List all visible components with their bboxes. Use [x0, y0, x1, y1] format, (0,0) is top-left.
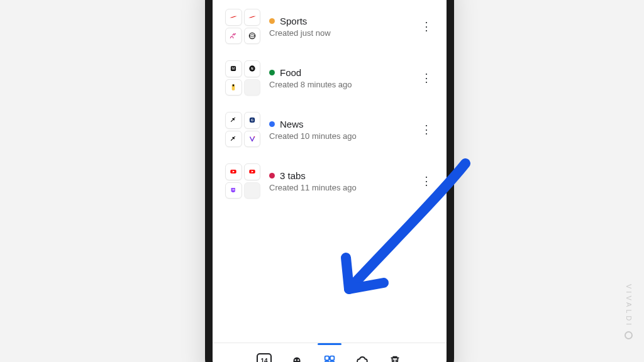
group-created: Created 10 minutes ago [269, 131, 410, 141]
svg-rect-20 [325, 356, 329, 360]
sync-button[interactable] [354, 353, 370, 362]
svg-rect-17 [234, 189, 235, 190]
thumb [244, 163, 261, 180]
tab-count: 14 [260, 358, 267, 363]
thumb [225, 28, 242, 45]
group-created: Created 11 minutes ago [269, 183, 410, 192]
svg-point-13 [253, 136, 255, 137]
more-menu-button[interactable]: ⋮ [419, 175, 434, 187]
trash-icon [388, 354, 402, 362]
brand-watermark: VIVALDI [625, 284, 633, 339]
tab-groups-button[interactable] [321, 353, 338, 362]
group-thumbnails [225, 163, 260, 199]
group-meta: News Created 10 minutes ago [269, 119, 410, 141]
tab-group-news[interactable]: G News Created 10 minutes ago ⋮ [223, 107, 436, 158]
svg-point-18 [294, 359, 296, 361]
trash-button[interactable] [387, 353, 403, 362]
thumb [225, 112, 242, 129]
group-thumbnails: N [225, 60, 260, 96]
svg-point-19 [297, 359, 299, 361]
group-thumbnails: G [225, 112, 260, 147]
tabs-button[interactable]: 14 [256, 353, 272, 362]
svg-point-12 [235, 136, 236, 137]
more-menu-button[interactable]: ⋮ [419, 21, 434, 32]
svg-rect-3 [234, 67, 235, 68]
tab-group-sports[interactable]: Sports Created just now ⋮ [223, 4, 436, 55]
thumb: G [244, 112, 261, 129]
tab-group-3tabs[interactable]: 3 tabs Created 11 minutes ago ⋮ [223, 158, 436, 210]
brand-text: VIVALDI [625, 284, 633, 327]
svg-rect-8 [233, 84, 234, 86]
group-thumbnails [225, 9, 260, 44]
group-meta: Sports Created just now [269, 16, 410, 38]
phone-frame: Sports Created just now ⋮ N Food [205, 0, 454, 362]
group-created: Created 8 minutes ago [269, 80, 410, 89]
thumb-empty [244, 182, 261, 199]
thumb: N [244, 60, 261, 77]
group-title: News [280, 119, 304, 129]
svg-rect-21 [330, 356, 334, 360]
ghost-icon [290, 354, 304, 362]
group-title: Sports [280, 16, 307, 26]
cloud-icon [355, 354, 369, 362]
group-title: Food [280, 67, 301, 78]
group-title: 3 tabs [280, 170, 306, 181]
tab-group-food[interactable]: N Food Created 8 minutes ago ⋮ [223, 55, 436, 107]
color-dot [269, 121, 275, 127]
color-dot [269, 173, 275, 178]
color-dot [269, 18, 275, 24]
svg-point-0 [249, 33, 255, 38]
thumb-empty [244, 79, 261, 96]
thumb [244, 28, 261, 45]
thumb [244, 131, 261, 148]
svg-point-9 [235, 118, 236, 119]
svg-rect-16 [233, 189, 233, 190]
thumb [225, 9, 242, 26]
brand-dot-icon [625, 331, 633, 339]
bottom-toolbar: 14 [213, 343, 447, 362]
svg-rect-4 [232, 69, 235, 69]
thumb [244, 9, 261, 26]
svg-rect-2 [232, 67, 233, 68]
group-meta: 3 tabs Created 11 minutes ago [269, 170, 410, 192]
phone-screen: Sports Created just now ⋮ N Food [213, 0, 447, 362]
thumb [225, 182, 242, 199]
more-menu-button[interactable]: ⋮ [419, 124, 434, 135]
grid-icon [323, 354, 336, 362]
svg-text:G: G [250, 119, 253, 123]
group-created: Created just now [269, 28, 410, 38]
thumb [225, 131, 242, 148]
thumb [225, 60, 242, 77]
color-dot [269, 70, 275, 75]
tab-group-list: Sports Created just now ⋮ N Food [213, 0, 447, 343]
thumb [225, 163, 242, 180]
thumb [225, 79, 242, 96]
more-menu-button[interactable]: ⋮ [419, 72, 434, 84]
tab-count-icon: 14 [257, 353, 272, 362]
group-meta: Food Created 8 minutes ago [269, 67, 410, 89]
incognito-button[interactable] [289, 353, 305, 362]
